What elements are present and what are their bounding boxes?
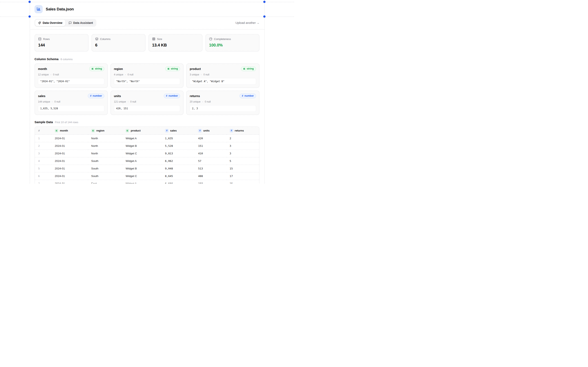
message-square-icon	[69, 21, 72, 25]
column-header-label: product	[131, 129, 140, 132]
column-header-index: #	[35, 127, 52, 134]
cell-month: 2024-01	[52, 180, 88, 184]
stat-value: 100.0%	[209, 43, 256, 48]
column-meta: 144 unique0 null	[38, 100, 104, 103]
dot-separator	[128, 101, 129, 102]
cell-sales: 6,666	[162, 180, 195, 184]
column-name: region	[114, 67, 123, 71]
schema-card-head: productstring	[190, 67, 256, 71]
hash-icon: #	[166, 129, 167, 132]
cell-units: 57	[195, 157, 226, 165]
column-header-label: month	[60, 129, 68, 132]
string-type-chip	[126, 129, 129, 133]
table-row: 62024-01SouthWidget C8,64548817	[35, 172, 259, 180]
column-meta: 121 unique0 null	[114, 100, 180, 103]
drag-handle-dot[interactable]	[263, 16, 266, 18]
guide-line-right	[264, 0, 265, 184]
cell-month: 2024-01	[52, 150, 88, 157]
dot-separator	[201, 75, 201, 75]
column-meta: 4 unique0 null	[114, 73, 180, 76]
stat-label-row: Columns	[95, 37, 142, 41]
cell-returns: 3	[226, 142, 259, 150]
stats-row: Rows144Columns6Size13.4 KBCompleteness10…	[35, 34, 259, 52]
layers-icon	[95, 37, 98, 41]
column-header-units: #units	[195, 127, 226, 134]
drag-handle-dot[interactable]	[29, 16, 31, 18]
column-name: sales	[38, 94, 45, 98]
cell-sales: 9,813	[162, 150, 195, 157]
cell-month: 2024-01	[52, 157, 88, 165]
row-index-cell: 3	[35, 150, 52, 157]
hash-icon: #	[199, 129, 200, 132]
column-header-label: sales	[170, 129, 177, 132]
tab-data-assistant[interactable]: Data Assistant	[66, 20, 96, 26]
row-index-cell: 2	[35, 142, 52, 150]
database-icon	[38, 37, 42, 41]
text-lines-icon	[56, 130, 58, 132]
hash-icon: #	[231, 129, 232, 132]
cell-product: Widget C	[122, 172, 162, 180]
text-lines-icon	[91, 68, 94, 70]
schema-card-head: regionstring	[114, 67, 180, 71]
table-icon	[152, 37, 155, 41]
cell-returns: 5	[226, 157, 259, 165]
null-count: 0 null	[128, 73, 134, 76]
stat-value: 13.4 KB	[152, 43, 199, 48]
schema-grid: monthstring12 unique0 null"2024-01", "20…	[35, 63, 259, 115]
null-count: 0 null	[205, 100, 211, 103]
drag-handle-dot[interactable]	[29, 1, 31, 3]
type-badge-string: string	[89, 67, 104, 71]
type-badge-number: #number	[240, 94, 256, 98]
table-row: 12024-01NorthWidget A1,6354202	[35, 134, 259, 142]
row-index-cell: 6	[35, 172, 52, 180]
stat-card-completeness: Completeness100.0%	[205, 34, 259, 52]
dot-separator	[202, 101, 203, 102]
sample-title: Sample Data	[35, 120, 53, 124]
table-row: 42024-01SouthWidget A6,062575	[35, 157, 259, 165]
file-title: Sales Data.json	[46, 7, 74, 11]
stat-label: Rows	[43, 38, 50, 41]
sample-values: "North", "North"	[114, 78, 180, 85]
upload-another-link[interactable]: Upload another →	[235, 21, 259, 25]
cell-units: 420	[195, 134, 226, 142]
cell-region: South	[88, 165, 122, 172]
stat-card-columns: Columns6	[91, 34, 146, 52]
unique-count: 121 unique	[114, 100, 126, 103]
column-header-label: region	[96, 129, 104, 132]
sample-values: 420, 151	[114, 105, 180, 112]
cell-region: North	[88, 150, 122, 157]
sample-table-wrap: #monthregionproduct#sales#units#returns1…	[35, 126, 259, 184]
schema-card-month: monthstring12 unique0 null"2024-01", "20…	[35, 63, 108, 88]
unique-count: 3 unique	[190, 73, 199, 76]
cell-month: 2024-01	[52, 134, 88, 142]
column-meta: 12 unique0 null	[38, 73, 104, 76]
type-label: string	[95, 67, 102, 70]
cell-product: Widget A	[122, 180, 162, 184]
schema-card-units: units#number121 unique0 null420, 151	[111, 91, 184, 115]
cell-returns: 3	[226, 150, 259, 157]
stat-label: Size	[157, 38, 162, 41]
unique-count: 4 unique	[114, 73, 123, 76]
table-row: 22024-01NorthWidget B5,5281513	[35, 142, 259, 150]
tab-data-overview[interactable]: Data Overview	[35, 20, 65, 26]
sample-subtitle: First 10 of 144 rows	[55, 121, 78, 124]
drag-handle-dot[interactable]	[263, 1, 266, 3]
row-index-cell: 4	[35, 157, 52, 165]
cell-units: 513	[195, 165, 226, 172]
table-row: 52024-01SouthWidget B9,04851315	[35, 165, 259, 172]
index-header-label: #	[38, 129, 40, 132]
null-count: 0 null	[130, 100, 136, 103]
column-name: units	[114, 94, 121, 98]
stat-card-size: Size13.4 KB	[148, 34, 203, 52]
number-type-chip: #	[165, 129, 169, 133]
hash-icon: #	[242, 95, 243, 97]
sparkles-icon	[38, 21, 41, 25]
stat-label-row: Rows	[38, 37, 85, 41]
row-index-cell: 5	[35, 165, 52, 172]
hash-icon: #	[90, 95, 91, 97]
text-lines-icon	[167, 68, 170, 70]
type-badge-string: string	[165, 67, 180, 71]
hash-icon: #	[166, 95, 167, 97]
tab-group: Data OverviewData Assistant	[35, 19, 96, 27]
schema-card-head: units#number	[114, 94, 180, 98]
